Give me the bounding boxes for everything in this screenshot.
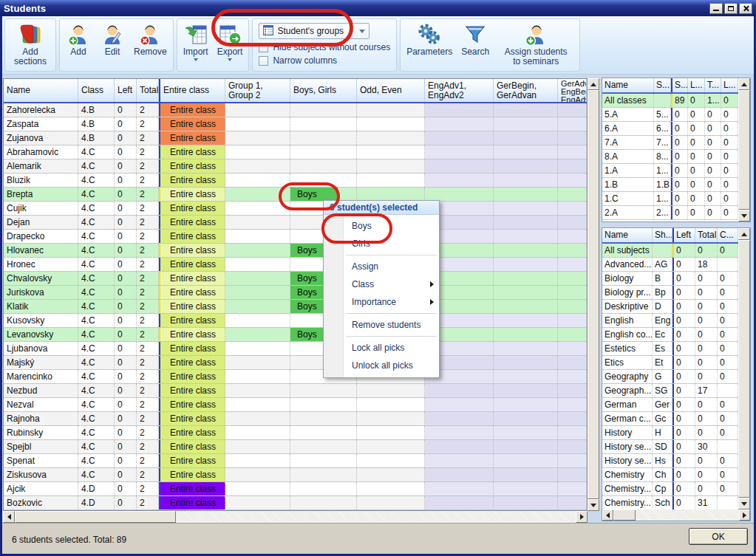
scroll-left-button[interactable] <box>602 509 613 521</box>
odd-even-cell[interactable] <box>357 398 425 411</box>
geradv-seminar-cell[interactable] <box>558 131 587 145</box>
column-header-4[interactable]: C... <box>718 228 738 242</box>
engadv-seminar-cell[interactable] <box>425 174 494 187</box>
geradv-seminar-cell[interactable] <box>558 314 587 327</box>
subject-row[interactable]: History se...SD030 <box>602 440 750 454</box>
geradv-seminar-cell[interactable] <box>558 328 587 341</box>
entire-class-cell[interactable]: Entire class <box>159 454 225 467</box>
student-row[interactable]: Rubinsky4.C02Entire class <box>4 426 587 440</box>
group-cell[interactable] <box>225 384 290 397</box>
geradv-seminar-cell[interactable] <box>558 356 587 369</box>
edit-student-button[interactable]: Edit <box>96 21 129 69</box>
boys-girls-cell[interactable]: Boys <box>290 188 357 201</box>
parameters-button[interactable]: Parameters <box>403 21 456 69</box>
group-cell[interactable] <box>225 356 290 369</box>
class-row[interactable]: 2.A2...0000 <box>602 206 750 220</box>
subject-row[interactable]: GeographyG000 <box>602 370 750 384</box>
export-dropdown-arrow-icon[interactable] <box>228 58 232 61</box>
hide-subjects-checkbox-box[interactable] <box>259 43 268 52</box>
group-cell[interactable] <box>225 426 290 439</box>
entire-class-cell[interactable]: Entire class <box>159 356 225 369</box>
gerbegin-seminar-cell[interactable] <box>494 174 558 187</box>
menu-item-remove-students[interactable]: Remove students <box>324 316 439 334</box>
scrollbar-track[interactable] <box>176 511 576 523</box>
column-header-3[interactable]: Total <box>695 228 718 242</box>
search-button[interactable]: Search <box>457 21 493 69</box>
title-bar[interactable]: Students <box>0 0 756 16</box>
student-row[interactable]: Dejan4.C02Entire class <box>4 216 587 230</box>
export-button[interactable]: Export <box>214 21 247 69</box>
class-row[interactable]: 6.A6...0000 <box>602 122 750 136</box>
entire-class-cell[interactable]: Entire class <box>159 202 225 215</box>
group-cell[interactable] <box>225 188 290 201</box>
boys-girls-cell[interactable] <box>290 159 357 173</box>
class-row[interactable]: 5.A5...0000 <box>602 108 750 122</box>
student-row[interactable]: Cujik4.C02Entire class <box>4 202 587 216</box>
gerbegin-seminar-cell[interactable] <box>494 426 558 439</box>
student-row[interactable]: Ajcik4.D02Entire class <box>4 482 587 496</box>
odd-even-cell[interactable] <box>357 440 425 453</box>
class-row[interactable]: 8.A8...0000 <box>602 150 750 164</box>
group-cell[interactable] <box>225 202 290 215</box>
geradv-seminar-cell[interactable] <box>558 482 587 495</box>
column-header-3[interactable]: Total <box>137 79 159 102</box>
geradv-seminar-cell[interactable] <box>558 454 587 467</box>
student-row[interactable]: Bozkovic4.D02Entire class <box>4 496 587 510</box>
remove-student-button[interactable]: Remove <box>130 21 171 69</box>
group-cell[interactable] <box>225 272 290 285</box>
student-row[interactable]: Juriskova4.C02Entire classBoys <box>4 286 587 300</box>
entire-class-cell[interactable]: Entire class <box>159 398 225 411</box>
student-row[interactable]: Majský4.C02Entire class <box>4 356 587 370</box>
gerbegin-seminar-cell[interactable] <box>494 314 558 327</box>
group-cell[interactable] <box>225 468 290 481</box>
minimize-button[interactable] <box>709 3 723 14</box>
subject-row[interactable]: Advanced...AG018 <box>602 258 750 272</box>
student-row[interactable]: Ljubanova4.C02Entire class <box>4 342 587 356</box>
subject-row[interactable]: Biology pr...Bp000 <box>602 286 750 300</box>
add-student-button[interactable]: Add <box>62 21 95 69</box>
menu-item-unlock-all-picks[interactable]: Unlock all picks <box>324 357 439 374</box>
gerbegin-seminar-cell[interactable] <box>494 496 558 509</box>
classes-vertical-scrollbar[interactable] <box>738 78 750 222</box>
odd-even-cell[interactable] <box>357 174 425 187</box>
entire-class-cell[interactable]: Entire class <box>159 468 225 481</box>
geradv-seminar-cell[interactable] <box>558 440 587 453</box>
group-cell[interactable] <box>225 174 290 187</box>
scroll-up-button[interactable] <box>588 78 599 90</box>
group-cell[interactable] <box>225 342 290 355</box>
menu-item-importance[interactable]: Importance <box>324 293 439 311</box>
gerbegin-seminar-cell[interactable] <box>494 454 558 467</box>
gerbegin-seminar-cell[interactable] <box>494 230 558 243</box>
odd-even-cell[interactable] <box>357 131 425 145</box>
gerbegin-seminar-cell[interactable] <box>494 202 558 215</box>
geradv-seminar-cell[interactable] <box>558 216 587 229</box>
class-row[interactable]: 7.A7...0000 <box>602 136 750 150</box>
gerbegin-seminar-cell[interactable] <box>494 342 558 355</box>
group-cell[interactable] <box>225 216 290 229</box>
gerbegin-seminar-cell[interactable] <box>494 272 558 285</box>
odd-even-cell[interactable] <box>357 496 425 509</box>
column-header-5[interactable]: L... <box>721 78 738 92</box>
engadv-seminar-cell[interactable] <box>425 131 494 145</box>
subject-row[interactable]: Chemistry...Sch031 <box>602 496 750 510</box>
entire-class-cell[interactable]: Entire class <box>159 328 225 341</box>
entire-class-cell[interactable]: Entire class <box>159 286 225 299</box>
boys-girls-cell[interactable] <box>290 412 357 425</box>
gerbegin-seminar-cell[interactable] <box>494 216 558 229</box>
gerbegin-seminar-cell[interactable] <box>494 258 558 271</box>
odd-even-cell[interactable] <box>357 426 425 439</box>
engadv-seminar-cell[interactable] <box>425 496 494 509</box>
group-cell[interactable] <box>225 482 290 495</box>
group-cell[interactable] <box>225 159 290 173</box>
main-vertical-scrollbar[interactable] <box>588 78 599 511</box>
menu-item-boys[interactable]: Boys <box>324 217 439 235</box>
column-header-3[interactable]: L... <box>688 78 705 92</box>
maximize-button[interactable] <box>724 3 738 14</box>
column-header-6[interactable]: Boys, Girls <box>290 79 357 102</box>
boys-girls-cell[interactable] <box>290 454 357 467</box>
subjects-horizontal-scrollbar[interactable] <box>602 509 750 521</box>
menu-item-lock-all-picks[interactable]: Lock all picks <box>324 339 439 357</box>
scroll-right-button[interactable] <box>576 511 588 523</box>
group-cell[interactable] <box>225 286 290 299</box>
student-row[interactable]: Nezbud4.C02Entire class <box>4 384 587 398</box>
